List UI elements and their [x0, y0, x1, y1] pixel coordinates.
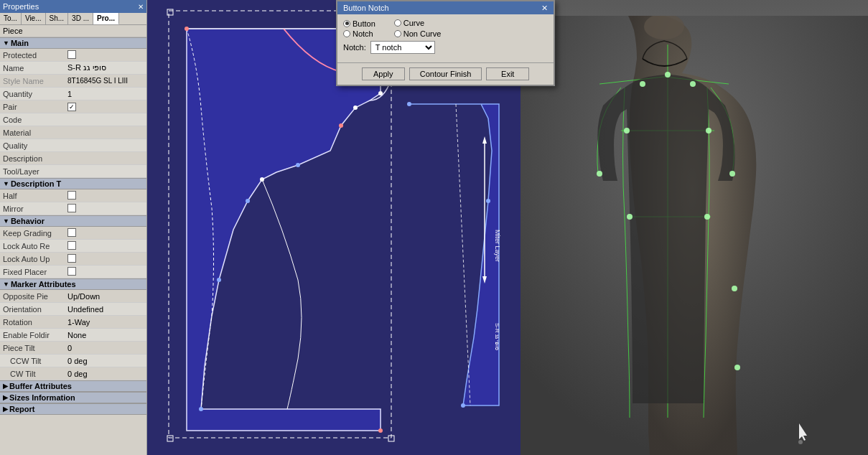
notch-radio-item[interactable]: Notch [343, 29, 375, 38]
tool-layer-label: Tool/Layer [0, 166, 65, 177]
svg-point-6 [339, 123, 343, 128]
curve-radio-item[interactable]: Curve [394, 19, 442, 27]
svg-point-9 [217, 278, 221, 282]
code-value [65, 119, 146, 121]
enable-folding-label: Enable Foldir [0, 330, 65, 340]
properties-tabs: To... Vie... Sh... 3D ... Pro... [0, 13, 146, 25]
svg-point-35 [640, 81, 645, 87]
lock-auto-up-value [65, 253, 146, 265]
half-value [65, 190, 146, 202]
keep-grading-checkbox[interactable] [67, 228, 76, 237]
expand-report-icon: ▶ [3, 405, 8, 413]
curve-radio[interactable] [394, 19, 401, 27]
expand-main-icon: ▼ [3, 39, 9, 47]
prop-protected: Protected [0, 49, 146, 62]
properties-close-button[interactable]: ✕ [138, 3, 144, 11]
section-report[interactable]: ▶ Report [0, 403, 146, 415]
prop-description: Description [0, 152, 146, 165]
contour-finish-button[interactable]: Contour Finish [409, 67, 482, 80]
prop-mirror: Mirror [0, 202, 146, 215]
prop-code: Code [0, 113, 146, 126]
fixed-placer-checkbox[interactable] [67, 267, 76, 276]
lock-auto-up-checkbox[interactable] [67, 254, 76, 263]
mirror-checkbox[interactable] [67, 204, 76, 212]
non-curve-radio-item[interactable]: Non Curve [394, 29, 442, 38]
protected-label: Protected [0, 50, 65, 60]
section-behavior[interactable]: ▼ Behavior [0, 215, 146, 227]
notch-radio-label: Notch [353, 29, 373, 38]
button-radio-circle[interactable] [343, 20, 350, 27]
properties-panel: Properties ✕ To... Vie... Sh... 3D ... P… [0, 0, 147, 455]
quantity-value: 1 [65, 89, 146, 99]
opposite-pie-value: Up/Down [65, 291, 146, 301]
curve-options: Curve Non Curve [394, 19, 442, 38]
expand-buffer-icon: ▶ [3, 383, 8, 390]
non-curve-radio[interactable] [394, 30, 401, 37]
prop-enable-folding: Enable Foldir None [0, 329, 146, 342]
section-main[interactable]: ▼ Main [0, 37, 146, 49]
pair-checkbox[interactable] [67, 103, 76, 111]
section-behavior-label: Behavior [11, 217, 45, 225]
protected-value [65, 50, 146, 61]
prop-piece-tilt: Piece Tilt 0 [0, 342, 146, 355]
notch-select[interactable]: T notch V notch Square notch [370, 41, 435, 54]
prop-quality: Quality [0, 139, 146, 152]
svg-point-16 [353, 105, 358, 110]
section-description-t[interactable]: ▼ Description T [0, 178, 146, 189]
tab-sh[interactable]: Sh... [46, 13, 69, 24]
dialog-body: Button Notch Curve Non Curve Notch: [337, 14, 554, 61]
dialog-options-row: Button Notch Curve Non Curve [343, 19, 548, 38]
prop-pair: Pair [0, 100, 146, 113]
button-notch-dialog: Button Notch ✕ Button Notch Curve [336, 0, 555, 86]
dialog-buttons: Apply Contour Finish Exit [337, 65, 554, 85]
enable-folding-value: None [65, 330, 146, 340]
svg-point-36 [690, 81, 696, 87]
section-main-label: Main [11, 39, 29, 47]
tool-layer-value [65, 171, 146, 172]
prop-name: Name S-R סופי גג [0, 62, 146, 75]
mirror-label: Mirror [0, 204, 65, 214]
piece-label: Piece [0, 25, 146, 37]
tab-pro[interactable]: Pro... [93, 13, 119, 24]
tab-to[interactable]: To... [0, 13, 22, 24]
prop-keep-grading: Keep Grading [0, 227, 146, 240]
prop-orientation: Orientation Undefined [0, 303, 146, 316]
lock-auto-re-checkbox[interactable] [67, 241, 76, 250]
material-label: Material [0, 128, 65, 138]
piece-tilt-value: 0 [65, 343, 146, 353]
ccw-tilt-label: CCW Tilt [0, 356, 65, 366]
mirror-value [65, 203, 146, 215]
tab-3d[interactable]: 3D ... [68, 13, 93, 24]
properties-label: Properties [3, 2, 39, 11]
svg-point-42 [734, 365, 740, 370]
protected-checkbox[interactable] [67, 50, 76, 59]
svg-marker-1 [187, 29, 381, 431]
description-value [65, 158, 146, 159]
section-marker-attributes[interactable]: ▼ Marker Attributes [0, 278, 146, 290]
button-radio-label: Button [353, 19, 375, 28]
prop-lock-auto-re: Lock Auto Re [0, 240, 146, 253]
svg-marker-19 [482, 136, 487, 144]
piece-tilt-label: Piece Tilt [0, 343, 65, 353]
svg-point-34 [665, 72, 671, 78]
mannequin-svg [521, 16, 868, 455]
apply-button[interactable]: Apply [362, 67, 405, 80]
keep-grading-value [65, 228, 146, 239]
tab-vie[interactable]: Vie... [22, 13, 46, 24]
notch-radio-circle[interactable] [343, 30, 350, 37]
button-radio-item[interactable]: Button [343, 19, 375, 28]
dialog-close-icon[interactable]: ✕ [541, 4, 548, 13]
section-buffer-attributes[interactable]: ▶ Buffer Attributes [0, 380, 146, 392]
dialog-separator [337, 62, 554, 63]
notch-select-label: Notch: [343, 43, 366, 52]
prop-rotation: Rotation 1-Way [0, 316, 146, 329]
prop-cw-tilt: CW Tilt 0 deg [0, 367, 146, 380]
svg-point-38 [706, 128, 711, 133]
section-sizes-information[interactable]: ▶ Sizes Information [0, 392, 146, 403]
exit-button[interactable]: Exit [486, 67, 529, 80]
svg-point-7 [296, 163, 300, 167]
ccw-tilt-value: 0 deg [65, 356, 146, 366]
half-label: Half [0, 191, 65, 201]
expand-behavior-icon: ▼ [3, 217, 9, 225]
half-checkbox[interactable] [67, 191, 76, 200]
